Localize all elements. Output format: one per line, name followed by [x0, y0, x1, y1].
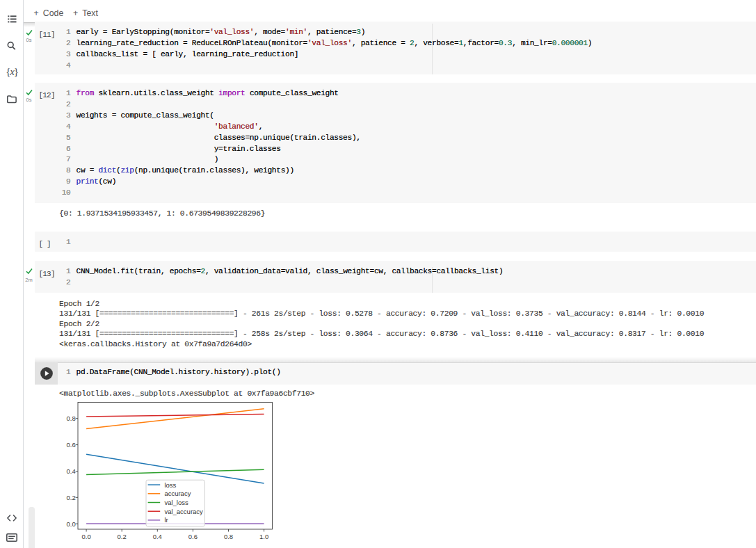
svg-text:0.2: 0.2 [118, 533, 127, 540]
svg-text:0.0: 0.0 [67, 520, 76, 528]
svg-text:val_accuracy: val_accuracy [164, 508, 203, 515]
svg-text:1.0: 1.0 [259, 533, 268, 540]
svg-text:0.4: 0.4 [67, 467, 76, 475]
svg-text:0.8: 0.8 [224, 533, 233, 540]
svg-text:0.2: 0.2 [67, 494, 76, 501]
svg-text:val_loss: val_loss [164, 499, 188, 506]
svg-text:0.4: 0.4 [153, 533, 162, 540]
svg-text:0.6: 0.6 [67, 441, 76, 449]
svg-text:loss: loss [164, 481, 176, 489]
svg-text:accuracy: accuracy [164, 490, 191, 497]
svg-text:0.8: 0.8 [67, 414, 76, 422]
svg-text:0.0: 0.0 [81, 533, 90, 540]
svg-text:0.6: 0.6 [188, 533, 198, 540]
svg-text:lr: lr [164, 516, 168, 524]
